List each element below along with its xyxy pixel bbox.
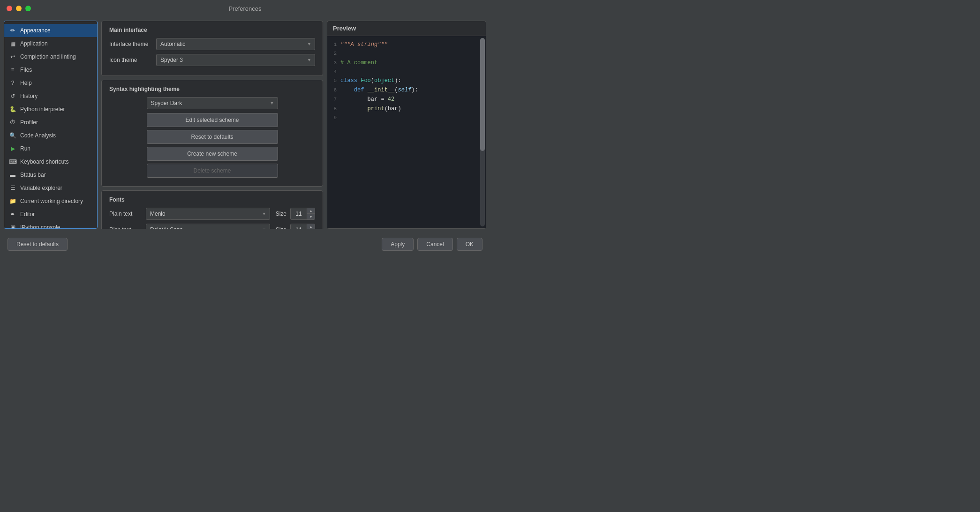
keyword-token-class: class: [340, 77, 361, 84]
app-icon: ▦: [9, 40, 16, 47]
classname-token: Foo: [361, 77, 371, 84]
main-interface-title: Main interface: [109, 27, 315, 33]
sidebar-item-editor[interactable]: ✒ Editor: [4, 208, 97, 221]
plain-text-font-select[interactable]: Menlo Courier New Consolas: [146, 208, 270, 220]
rich-text-font-select[interactable]: DejaVu Sans Arial Helvetica: [146, 224, 270, 229]
line-num-6: 6: [327, 86, 340, 94]
minimize-button[interactable]: [16, 6, 22, 11]
maximize-button[interactable]: [25, 6, 31, 11]
sidebar-item-varexplorer[interactable]: ☰ Variable explorer: [4, 181, 97, 195]
rich-size-spinners: ▲ ▼: [307, 224, 315, 229]
files-icon: ≡: [9, 66, 16, 74]
line-num-5: 5: [327, 77, 340, 85]
plain-size-input-wrapper: ▲ ▼: [290, 208, 315, 220]
sidebar-item-run[interactable]: ▶ Run: [4, 142, 97, 155]
icon-theme-select-wrapper: Spyder 3 Spyder 2: [156, 54, 315, 66]
ok-button[interactable]: OK: [457, 238, 482, 251]
python-icon: 🐍: [9, 105, 16, 113]
funcname-token: __init__: [368, 87, 395, 93]
run-icon: ▶: [9, 145, 16, 152]
create-scheme-button[interactable]: Create new scheme: [147, 147, 278, 161]
rich-size-up[interactable]: ▲: [307, 224, 315, 229]
sidebar: ✏ Appearance ▦ Application ↩ Completion …: [4, 21, 98, 229]
close-button[interactable]: [7, 6, 12, 11]
code-content-3: # A comment: [340, 59, 377, 67]
rich-size-label: Size: [276, 226, 286, 229]
statusbar-icon: ▬: [9, 171, 16, 179]
sidebar-item-profiler[interactable]: ⏱ Profiler: [4, 116, 97, 129]
sidebar-item-history[interactable]: ↺ History: [4, 90, 97, 103]
comment-token: # A comment: [340, 60, 377, 66]
line-num-4: 4: [327, 68, 340, 76]
plain-size-down[interactable]: ▼: [307, 214, 315, 219]
sidebar-label-keyboard: Keyboard shortcuts: [20, 158, 68, 165]
sidebar-label-cwd: Current working directory: [20, 198, 83, 204]
plain-size-input[interactable]: [291, 209, 307, 219]
reset-defaults-button[interactable]: Reset to defaults: [8, 238, 68, 251]
fonts-section: Fonts Plain text Menlo Courier New Conso…: [101, 190, 323, 229]
sidebar-item-statusbar[interactable]: ▬ Status bar: [4, 168, 97, 181]
line-num-2: 2: [327, 50, 340, 58]
sidebar-label-history: History: [20, 93, 38, 99]
syntax-theme-select[interactable]: Spyder Dark Spyder Monokai Zenburn: [147, 97, 278, 109]
plain-size-up[interactable]: ▲: [307, 208, 315, 214]
bottom-bar: Reset to defaults Apply Cancel OK: [0, 233, 490, 256]
interface-theme-select[interactable]: Automatic Light Dark: [156, 38, 315, 50]
sidebar-label-files: Files: [20, 67, 32, 73]
paren-close-token: ):: [394, 77, 401, 84]
reset-to-defaults-scheme-button[interactable]: Reset to defaults: [147, 130, 278, 144]
sidebar-item-completion[interactable]: ↩ Completion and linting: [4, 50, 97, 63]
line-num-1: 1: [327, 41, 340, 49]
sidebar-label-profiler: Profiler: [20, 119, 38, 126]
code-content-1: """A string""": [340, 40, 388, 49]
self-token: self: [398, 87, 411, 93]
preview-code: 1 """A string""" 2 3 # A comment 4 5 cla…: [327, 36, 486, 228]
delete-scheme-button[interactable]: Delete scheme: [147, 164, 278, 178]
history-icon: ↺: [9, 92, 16, 100]
sidebar-label-python: Python interpreter: [20, 106, 65, 113]
interface-theme-label: Interface theme: [109, 41, 151, 47]
profiler-icon: ⏱: [9, 119, 16, 126]
sidebar-item-python[interactable]: 🐍 Python interpreter: [4, 103, 97, 116]
sidebar-label-codeanalysis: Code Analysis: [20, 132, 56, 139]
scrollbar[interactable]: [480, 38, 485, 226]
varexplorer-icon: ☰: [9, 184, 16, 192]
code-line-9: 9: [327, 113, 486, 122]
sidebar-item-help[interactable]: ? Help: [4, 76, 97, 90]
code-line-8: 8 print(bar): [327, 104, 486, 113]
sidebar-item-appearance[interactable]: ✏ Appearance: [4, 24, 97, 37]
title-bar: Preferences: [0, 0, 490, 17]
sidebar-item-application[interactable]: ▦ Application: [4, 37, 97, 50]
ipython-icon: ▣: [9, 224, 16, 229]
sidebar-label-completion: Completion and linting: [20, 53, 76, 60]
keyword-token-def: def: [354, 87, 368, 93]
preview-title: Preview: [327, 21, 486, 36]
code-line-5: 5 class Foo(object):: [327, 76, 486, 85]
code-line-1: 1 """A string""": [327, 40, 486, 49]
sidebar-item-keyboard[interactable]: ⌨ Keyboard shortcuts: [4, 155, 97, 168]
number-token: 42: [388, 96, 394, 103]
window-title: Preferences: [228, 5, 261, 12]
sidebar-item-cwd[interactable]: 📁 Current working directory: [4, 195, 97, 208]
icon-theme-select[interactable]: Spyder 3 Spyder 2: [156, 54, 315, 66]
bottom-right: Apply Cancel OK: [382, 238, 482, 251]
cancel-button[interactable]: Cancel: [417, 238, 452, 251]
main-content: ✏ Appearance ▦ Application ↩ Completion …: [0, 17, 490, 233]
syntax-theme-section: Syntax highlighting theme Spyder Dark Sp…: [101, 80, 323, 187]
syntax-theme-title: Syntax highlighting theme: [109, 86, 315, 92]
interface-theme-row: Interface theme Automatic Light Dark: [109, 38, 315, 50]
rich-size-input[interactable]: [291, 225, 307, 229]
codeanalysis-icon: 🔍: [9, 132, 16, 139]
sidebar-item-codeanalysis[interactable]: 🔍 Code Analysis: [4, 129, 97, 142]
plain-text-row: Plain text Menlo Courier New Consolas Si…: [109, 208, 315, 220]
window-controls[interactable]: [7, 6, 31, 11]
fonts-title: Fonts: [109, 196, 315, 203]
sidebar-label-varexplorer: Variable explorer: [20, 185, 62, 191]
apply-button[interactable]: Apply: [382, 238, 414, 251]
syntax-theme-select-row: Spyder Dark Spyder Monokai Zenburn: [109, 97, 315, 109]
sidebar-item-ipython[interactable]: ▣ IPython console: [4, 221, 97, 229]
sidebar-item-files[interactable]: ≡ Files: [4, 63, 97, 76]
sidebar-label-application: Application: [20, 40, 48, 47]
icon-theme-row: Icon theme Spyder 3 Spyder 2: [109, 54, 315, 66]
edit-scheme-button[interactable]: Edit selected scheme: [147, 113, 278, 127]
